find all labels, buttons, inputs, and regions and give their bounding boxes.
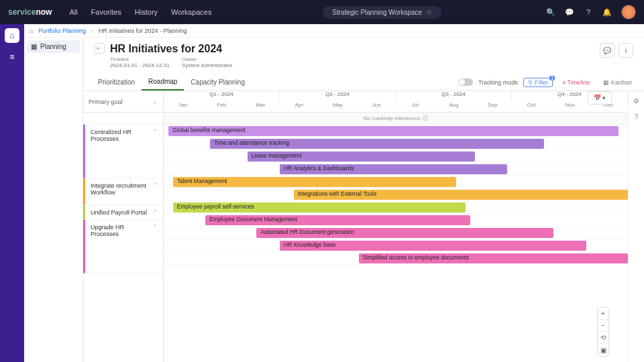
- goal-label: Unified Payroll Portal: [91, 209, 147, 216]
- roadmap-bar[interactable]: Employee payroll self-services: [173, 202, 466, 213]
- nav-history[interactable]: History: [128, 8, 164, 16]
- timeline-value: 2024-01-01 - 2024-12-31: [110, 62, 170, 68]
- roadmap-bar[interactable]: Employee Document Management: [205, 215, 470, 225]
- month-header: May: [319, 101, 358, 113]
- breadcrumb-current: HR Initiatives for 2024 - Planning: [99, 27, 187, 34]
- zoom-reset-button[interactable]: ⟲: [598, 332, 608, 344]
- quarter-header: Q3 - 2024: [396, 91, 512, 101]
- chevron-down-icon[interactable]: ⌄: [153, 99, 158, 105]
- breadcrumb: ⌂ Portfolio Planning › HR Initiatives fo…: [24, 24, 644, 38]
- zoom-out-button[interactable]: −: [598, 320, 608, 332]
- logo[interactable]: servicenow: [8, 7, 52, 17]
- month-header: Mar: [241, 101, 280, 113]
- tracking-label: Tracking mode: [478, 79, 518, 86]
- breadcrumb-parent[interactable]: Portfolio Planning: [38, 27, 86, 34]
- help-icon[interactable]: ?: [584, 7, 593, 17]
- roadmap-bar[interactable]: Leave management: [248, 152, 475, 162]
- goal-label: Upgrade HR Processes: [91, 224, 153, 237]
- grid-icon: ▦: [31, 43, 37, 50]
- quarter-header: Q1 - 2024: [164, 91, 280, 101]
- right-rail: ⚙ ?: [628, 91, 644, 362]
- chevron-up-icon[interactable]: ⌃: [153, 209, 158, 215]
- roadmap-bar[interactable]: Global benefits management: [168, 126, 619, 136]
- help-icon-side[interactable]: ?: [631, 111, 642, 122]
- info-button[interactable]: i: [619, 43, 633, 58]
- month-header: Aug: [435, 101, 474, 113]
- owner-label: Owner: [182, 56, 233, 62]
- side-panel: ▦ Planning: [24, 38, 83, 362]
- month-header: Jan: [164, 101, 203, 113]
- view-timeline-button[interactable]: ≡ Timeline: [558, 78, 594, 86]
- sidebar-planning-label: Planning: [40, 43, 66, 50]
- tab-prioritization[interactable]: Prioritization: [91, 74, 142, 90]
- month-header: Apr: [280, 101, 319, 113]
- chat-icon[interactable]: 💬: [565, 7, 574, 17]
- avatar[interactable]: [621, 5, 636, 19]
- timeline-label: Timeline: [110, 56, 170, 62]
- tracking-toggle[interactable]: [458, 78, 473, 86]
- gear-icon[interactable]: ⚙: [631, 95, 642, 106]
- quarter-header: Q2 - 2024: [280, 91, 396, 101]
- month-header: Oct: [512, 101, 551, 113]
- chevron-up-icon[interactable]: ⌃: [153, 224, 158, 230]
- nav-favorites[interactable]: Favorites: [85, 8, 128, 16]
- goal-label: Centralized HR Processes: [91, 129, 153, 142]
- month-header: Nov: [551, 101, 590, 113]
- sidebar-item-planning[interactable]: ▦ Planning: [27, 40, 80, 53]
- back-button[interactable]: ⇠: [94, 43, 105, 54]
- goal-centralized-hr[interactable]: Centralized HR Processes ⌃: [83, 125, 163, 178]
- month-header: Feb: [203, 101, 241, 113]
- roadmap-bar[interactable]: HR Analytics & Dashboards: [280, 164, 507, 174]
- nav-all[interactable]: All: [62, 8, 84, 16]
- tab-roadmap[interactable]: Roadmap: [142, 74, 184, 90]
- global-topbar: servicenow All Favorites History Workspa…: [0, 0, 644, 24]
- chevron-up-icon[interactable]: ⌃: [153, 182, 158, 188]
- milestone-row: No roadmap milestones ⓘ: [164, 113, 628, 125]
- page-title: HR Initiatives for 2024: [110, 43, 233, 55]
- left-rail: ⌂ ≡: [0, 24, 24, 362]
- timeline-today-button[interactable]: 📅 ▾: [588, 91, 612, 105]
- nav-workspaces[interactable]: Workspaces: [164, 8, 218, 16]
- workspace-selector[interactable]: Strategic Planning Workspace ☆: [323, 6, 441, 19]
- roadmap-bar[interactable]: Automated HR Document generation: [256, 228, 553, 238]
- zoom-fit-button[interactable]: ▣: [598, 344, 608, 356]
- search-icon[interactable]: 🔍: [546, 7, 555, 17]
- roadmap-bar[interactable]: Time and attendance tracking: [210, 139, 544, 149]
- home-icon[interactable]: ⌂: [30, 27, 33, 34]
- chevron-up-icon[interactable]: ⌃: [153, 129, 158, 135]
- owner-value: System Administrator: [182, 62, 233, 68]
- rail-menu-icon[interactable]: ≡: [5, 50, 19, 64]
- roadmap-bar[interactable]: Simplified access to employee documents: [359, 253, 628, 263]
- filter-button[interactable]: ⚲ Filter 1: [523, 78, 553, 87]
- zoom-controls: + − ⟲ ▣: [597, 307, 609, 357]
- roadmap-bar[interactable]: HR Knowledge base: [280, 241, 586, 251]
- chevron-right-icon: ›: [91, 27, 93, 34]
- zoom-in-button[interactable]: +: [598, 308, 608, 320]
- primary-goal-header: Primary goal: [89, 99, 123, 105]
- bell-icon[interactable]: 🔔: [602, 7, 612, 17]
- filter-icon: ⚲: [528, 79, 533, 86]
- star-icon[interactable]: ☆: [426, 9, 432, 16]
- goal-integrate-recruitment[interactable]: Integrate recruitment Workflow ⌃: [83, 178, 163, 205]
- rail-portfolio-icon[interactable]: ⌂: [5, 28, 19, 43]
- month-header: Jun: [357, 101, 396, 113]
- info-icon[interactable]: ⓘ: [423, 115, 428, 122]
- view-kanban-button[interactable]: ▦ Kanban: [599, 78, 636, 86]
- comment-button[interactable]: 💬: [600, 43, 614, 58]
- goal-label: Integrate recruitment Workflow: [91, 182, 153, 196]
- goal-unified-payroll[interactable]: Unified Payroll Portal ⌃: [83, 205, 163, 220]
- month-header: Jul: [396, 101, 435, 113]
- goal-upgrade-hr[interactable]: Upgrade HR Processes ⌃: [83, 220, 163, 274]
- roadmap-bar[interactable]: Integrations with External Tools: [294, 190, 628, 200]
- month-header: Sep: [473, 101, 512, 113]
- workspace-label: Strategic Planning Workspace: [332, 9, 422, 16]
- tab-capacity[interactable]: Capacity Planning: [184, 74, 252, 90]
- roadmap-bar[interactable]: Talent Management: [173, 177, 456, 187]
- filter-badge: 1: [549, 76, 555, 80]
